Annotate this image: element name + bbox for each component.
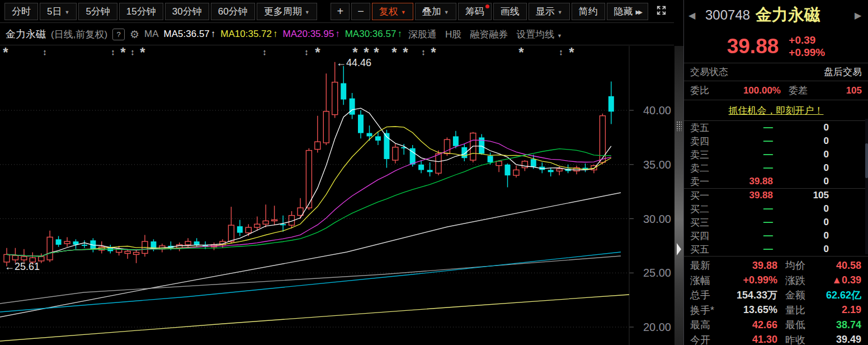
adjust-price-button[interactable]: 复权	[372, 3, 413, 20]
ma20-legend: MA20:35.95↑	[283, 29, 340, 40]
up-arrow-icon: ↑	[211, 29, 216, 40]
up-arrow-icon: ↑	[335, 29, 340, 40]
svg-text:↕: ↕	[559, 47, 563, 57]
svg-text:*: *	[315, 46, 320, 60]
simple-mode-button[interactable]: 简约	[572, 3, 605, 20]
period-5day-button[interactable]: 5日	[40, 3, 77, 20]
svg-text:↕: ↕	[304, 47, 309, 57]
chips-button[interactable]: 筹码	[458, 3, 492, 20]
panel-scrollbar[interactable]	[865, 119, 868, 254]
svg-text:20.00: 20.00	[643, 321, 671, 333]
fullscreen-expand-icon	[655, 4, 667, 18]
bid-row-4[interactable]: 买四—0	[684, 229, 868, 243]
zoom-out-button[interactable]: −	[351, 3, 370, 20]
svg-text:35.00: 35.00	[643, 158, 671, 171]
panel-scrollbar-thumb[interactable]	[865, 143, 868, 178]
bid-row-3[interactable]: 买三—0	[684, 216, 868, 229]
shenzhen-connect-link[interactable]: 深股通	[408, 28, 437, 41]
ma5-legend: MA5:36.57↑	[164, 29, 216, 40]
splitter-grip-icon	[676, 121, 682, 131]
ask-row-2[interactable]: 卖二—0	[684, 161, 868, 175]
bid-row-1[interactable]: 买一39.88105	[684, 189, 868, 202]
svg-text:↕: ↕	[43, 47, 47, 57]
svg-text:*: *	[518, 46, 524, 60]
help-button[interactable]: ?	[112, 29, 125, 40]
svg-text:*: *	[3, 46, 8, 60]
chevron-down-icon	[444, 6, 449, 17]
draw-line-button[interactable]: 画线	[493, 3, 527, 20]
chevron-down-icon	[558, 6, 563, 17]
weibi-label: 委比	[690, 84, 721, 97]
display-button[interactable]: 显示	[529, 3, 570, 20]
period-15min-button[interactable]: 15分钟	[119, 3, 163, 20]
overlay-button[interactable]: 叠加	[415, 3, 456, 20]
svg-text:*: *	[120, 46, 126, 60]
svg-text:↕: ↕	[262, 47, 267, 57]
price-change: +0.39 +0.99%	[789, 34, 825, 59]
more-periods-button[interactable]: 更多周期	[257, 3, 317, 20]
panel-splitter[interactable]	[674, 46, 683, 345]
stats-row: 最新39.88均价40.58	[690, 258, 861, 273]
svg-text:*: *	[391, 46, 397, 60]
next-stock-arrow-icon[interactable]	[855, 10, 864, 21]
up-arrow-icon: ↑	[273, 29, 278, 40]
ma30-legend: MA30:36.57↑	[345, 29, 402, 40]
open-account-ad[interactable]: 抓住机会，即刻开户！	[684, 100, 868, 121]
svg-text:*: *	[403, 46, 408, 60]
svg-text:*: *	[374, 46, 379, 60]
trade-status-label: 交易状态	[690, 66, 728, 78]
ask-row-1[interactable]: 卖一39.880	[684, 175, 868, 188]
svg-text:↕: ↕	[421, 47, 426, 57]
period-minute-button[interactable]: 分时	[4, 3, 38, 20]
order-book: 卖五—0 卖四—0 卖三—0 卖二—0 卖一39.880 买一39.88105 …	[684, 121, 868, 257]
prev-stock-arrow-icon[interactable]	[688, 10, 697, 21]
quote-panel: 300748 金力永磁 39.88 +0.39 +0.99% 交易状态 盘后交易…	[683, 0, 868, 345]
period-60min-button[interactable]: 60分钟	[211, 3, 255, 20]
stock-name: 金力永磁	[756, 4, 855, 26]
up-arrow-icon: ↑	[397, 29, 402, 40]
commission-row: 委比 100.00% 委差 105	[684, 81, 868, 100]
chart-tools: + − 复权 叠加 筹码 画线 显示 简约 隐藏	[331, 3, 669, 20]
chevron-down-icon	[401, 6, 406, 17]
period-30min-button[interactable]: 30分钟	[165, 3, 209, 20]
gear-icon[interactable]	[130, 28, 139, 41]
stats-grid: 最新39.88均价40.58 涨幅+0.99%涨跌▲0.39 总手154.33万…	[684, 257, 868, 345]
change-percent: +0.99%	[789, 46, 825, 59]
margin-trading-link[interactable]: 融资融券	[470, 28, 508, 41]
hide-button[interactable]: 隐藏	[607, 3, 648, 20]
svg-text:*: *	[140, 46, 145, 60]
fullscreen-button[interactable]	[653, 4, 669, 18]
svg-text:30.00: 30.00	[643, 213, 671, 225]
chart-stock-name: 金力永磁	[6, 27, 46, 41]
weicha-label: 委差	[781, 84, 820, 97]
price-block: 39.88 +0.39 +0.99%	[684, 30, 868, 63]
weicha-value: 105	[820, 85, 862, 96]
chevron-down-icon	[305, 6, 310, 17]
stock-code: 300748	[705, 7, 750, 23]
ma-settings-button[interactable]: 设置均线	[516, 28, 562, 41]
open-account-link[interactable]: 抓住机会，即刻开户！	[729, 104, 824, 117]
trade-status-value: 盘后交易	[824, 66, 862, 78]
stats-row: 最高42.66最低38.74	[690, 318, 861, 333]
stats-row: 换手*13.65%量比2.19	[690, 303, 861, 318]
ma-prefix-label: MA	[144, 29, 159, 40]
stats-row: 总手154.33万金额62.62亿	[690, 288, 861, 303]
h-share-link[interactable]: H股	[445, 28, 461, 41]
zoom-in-button[interactable]: +	[331, 3, 350, 20]
quote-header: 300748 金力永磁	[684, 0, 868, 30]
candlestick-chart[interactable]: 40.0035.0030.0025.0020.00*↕↕*↕*↕↕******↕…	[0, 46, 674, 345]
svg-text:*: *	[431, 46, 436, 60]
ask-row-4[interactable]: 卖四—0	[684, 134, 868, 148]
ask-row-3[interactable]: 卖三—0	[684, 148, 868, 161]
period-5min-button[interactable]: 5分钟	[78, 3, 117, 20]
ask-row-5[interactable]: 卖五—0	[684, 121, 868, 134]
splitter-collapse-arrow-icon	[677, 243, 681, 255]
double-chevron-right-icon	[636, 6, 641, 17]
chevron-down-icon	[64, 6, 69, 17]
change-amount: +0.39	[789, 34, 825, 46]
bid-row-5[interactable]: 买五—0	[684, 243, 868, 256]
trade-status-row: 交易状态 盘后交易	[684, 63, 868, 81]
svg-text:←25.61: ←25.61	[4, 261, 40, 272]
notification-dot-icon	[485, 4, 489, 8]
bid-row-2[interactable]: 买二—0	[684, 202, 868, 216]
